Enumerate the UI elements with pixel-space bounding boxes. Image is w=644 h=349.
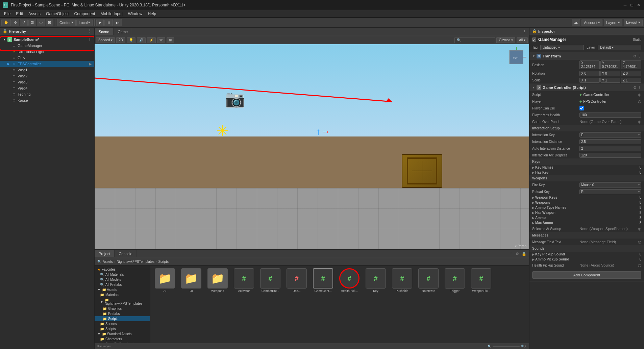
add-component-button[interactable]: Add Component: [532, 271, 641, 279]
pause-btn[interactable]: ⏸: [104, 19, 113, 26]
interaction-arc-input[interactable]: 120: [579, 153, 641, 158]
scene-viewport[interactable]: 📷 ✳ ↑→ TOP: [95, 44, 529, 249]
menu-gameobject[interactable]: GameObject: [43, 11, 71, 17]
max-ammo-row[interactable]: ▶ Max Ammo 8: [529, 220, 644, 225]
nav-cube[interactable]: TOP: [506, 47, 526, 67]
tree-item-gulv[interactable]: ⬡ Gulv: [0, 55, 94, 61]
scale-y[interactable]: Y 1: [600, 78, 621, 83]
hand-tool[interactable]: ✋: [1, 19, 11, 26]
scale-tool[interactable]: ⊡: [28, 19, 36, 26]
scale-z[interactable]: Z 1: [621, 78, 641, 83]
account-btn[interactable]: Account ▾: [581, 19, 602, 26]
shaded-dropdown[interactable]: Shaded ▾: [96, 37, 115, 43]
tree-item-vaeg1[interactable]: ⬡ Væg1: [0, 67, 94, 73]
search-icon[interactable]: 🔍: [97, 260, 101, 264]
asset-gamecont[interactable]: # GameCont...: [311, 268, 335, 293]
collab-btn[interactable]: ☁: [572, 19, 580, 26]
ammo-pickup-sound-row[interactable]: ▶ Ammo Pickup Sound 8: [529, 257, 644, 262]
sidebar-standard-assets[interactable]: ▼ 📁 Standard Assets: [95, 331, 150, 336]
breadcrumb-scripts[interactable]: Scripts: [158, 260, 169, 264]
message-field-ref[interactable]: None (Message Field) ◎: [579, 240, 641, 244]
tree-item-vaeg2[interactable]: ⬡ Væg2: [0, 73, 94, 79]
menu-edit[interactable]: Edit: [13, 11, 26, 17]
breadcrumb-nhfps[interactable]: NighthawkFPSTemplates: [117, 260, 154, 264]
interaction-key-dropdown[interactable]: E ▾: [579, 132, 641, 138]
tree-item-vaeg3[interactable]: ⬡ Væg3: [0, 79, 94, 85]
menu-component[interactable]: Component: [71, 11, 98, 17]
sidebar-scripts2[interactable]: 📁 Scripts: [95, 326, 150, 331]
game-controller-header[interactable]: ▼ ⚙ Game Controller (Script) ⚙ ⋮: [529, 84, 644, 91]
script-ref[interactable]: ◆ GameController ◎: [579, 93, 641, 97]
sidebar-all-models[interactable]: 🔍 All Models: [95, 277, 150, 282]
move-tool[interactable]: ✛: [11, 19, 19, 26]
center-btn[interactable]: Center ▾: [57, 19, 76, 26]
tree-item-samplescene[interactable]: ▼ S SampleScene* ⋮: [0, 36, 94, 43]
health-pickup-sound-ref[interactable]: None (Audio Source) ◎: [579, 263, 641, 268]
menu-window[interactable]: Window: [125, 11, 145, 17]
hidden-btn[interactable]: 👁: [157, 37, 165, 43]
sidebar-nhfps[interactable]: ▼ 📁 NighthawkFPSTemplates: [95, 297, 150, 306]
zoom-slider[interactable]: [493, 346, 520, 347]
rot-x[interactable]: X 0: [579, 71, 600, 76]
weapon-keys-row[interactable]: ▶ Weapon Keys 8: [529, 195, 644, 200]
pos-x[interactable]: X 2.125154: [579, 60, 600, 69]
interaction-distance-input[interactable]: 2.5: [579, 139, 641, 144]
layer-dropdown[interactable]: Default ▾: [598, 45, 641, 50]
player-ref[interactable]: ◆ FPSController ◎: [579, 99, 641, 104]
player-can-die-checkbox[interactable]: [579, 106, 584, 110]
grid-btn[interactable]: ⊞: [167, 37, 174, 43]
minimize-btn[interactable]: ─: [622, 2, 628, 8]
project-settings[interactable]: ⚙: [516, 252, 519, 256]
tree-item-kasse[interactable]: ⬡ Kasse: [0, 97, 94, 103]
audio-btn[interactable]: 🔊: [137, 37, 146, 43]
sidebar-all-materials[interactable]: 🔍 All Materials: [95, 272, 150, 277]
key-pickup-sound-row[interactable]: ▶ Key Pickup Sound 8: [529, 252, 644, 257]
tag-dropdown[interactable]: Untagged ▾: [540, 45, 584, 50]
has-key-row[interactable]: ▶ Has Key 8: [529, 170, 644, 175]
game-over-ref[interactable]: None (Game Over Panel) ◎: [579, 120, 641, 124]
scale-x[interactable]: X 1: [579, 78, 600, 83]
close-btn[interactable]: ✕: [636, 2, 641, 8]
ammo-type-names-row[interactable]: ▶ Ammo Type Names 8: [529, 205, 644, 210]
asset-ai[interactable]: 📁 AI: [153, 268, 177, 293]
weapons-list-row[interactable]: ▶ Weapons 8: [529, 200, 644, 205]
tree-item-directional-light[interactable]: ☀ Directional Light: [0, 49, 94, 55]
player-max-health-input[interactable]: 100: [579, 113, 641, 118]
console-tab[interactable]: Console: [115, 250, 137, 257]
transform-header[interactable]: ▼ ⊞ Transform ⚙ ⋮: [529, 52, 644, 60]
asset-rotateme[interactable]: # RotateMe: [417, 268, 440, 293]
scene-tab[interactable]: Scene: [95, 28, 114, 35]
asset-weapons[interactable]: 📁 Weapons: [206, 268, 229, 293]
object-active-checkbox[interactable]: ✓: [532, 38, 536, 42]
project-menu[interactable]: ⋮: [509, 252, 513, 256]
breadcrumb-assets[interactable]: Assets: [103, 260, 113, 264]
rotate-tool[interactable]: ↺: [20, 19, 28, 26]
asset-key[interactable]: # Key: [364, 268, 388, 293]
asset-trigger[interactable]: # Trigger: [443, 268, 467, 293]
sidebar-scripts[interactable]: 📁 Scripts: [95, 316, 150, 321]
asset-ui[interactable]: 📁 UI: [179, 268, 203, 293]
fire-key-dropdown[interactable]: Mouse 0 ▾: [579, 182, 641, 188]
scene-menu[interactable]: ⋮: [523, 30, 526, 34]
asset-doc[interactable]: # Doc...: [285, 268, 308, 293]
game-tab[interactable]: Game: [114, 28, 132, 35]
asset-weaponpic[interactable]: # WeaponPic...: [469, 268, 493, 293]
vfx-btn[interactable]: ⚡: [147, 37, 156, 43]
project-tab[interactable]: Project: [95, 250, 115, 257]
sidebar-characters[interactable]: 📁 Characters: [95, 336, 150, 342]
has-weapon-row[interactable]: ▶ Has Weapon 8: [529, 210, 644, 215]
maximize-btn[interactable]: □: [629, 2, 635, 8]
play-btn[interactable]: ▶: [96, 19, 104, 26]
ammo-row[interactable]: ▶ Ammo 8: [529, 215, 644, 220]
sidebar-all-prefabs[interactable]: 🔍 All Prefabs: [95, 282, 150, 287]
tree-item-tegning[interactable]: ⬡ Tegning: [0, 91, 94, 97]
menu-file[interactable]: File: [1, 11, 13, 17]
gizmos-btn[interactable]: Gizmos ▾: [496, 37, 515, 43]
rect-tool[interactable]: ▭: [37, 19, 45, 26]
asset-healthpick[interactable]: # HealthPick...: [338, 268, 361, 293]
layout-btn[interactable]: Layout ▾: [624, 19, 643, 26]
sidebar-prefabs[interactable]: 📁 Prefabs: [95, 311, 150, 316]
hierarchy-menu-icon[interactable]: ⋮: [88, 29, 92, 33]
asset-activator[interactable]: # Activator: [232, 268, 256, 293]
pos-y[interactable]: Y 0.7810521: [600, 60, 621, 69]
